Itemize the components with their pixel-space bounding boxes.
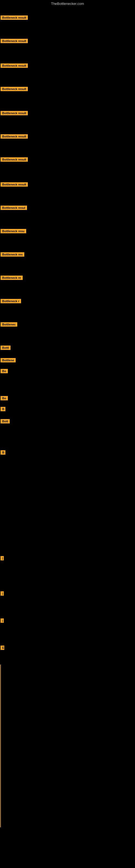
bottleneck-badge-7: Bottleneck result bbox=[1, 157, 28, 162]
bottleneck-badge-10: Bottleneck resu bbox=[1, 229, 26, 233]
vertical-line-1 bbox=[0, 664, 1, 827]
bottleneck-badge-12: Bottleneck re bbox=[1, 276, 23, 280]
bottleneck-badge-11: Bottleneck res bbox=[1, 252, 24, 257]
bottleneck-badge-13: Bottleneck r bbox=[1, 299, 21, 303]
bottleneck-badge-20: Bott bbox=[1, 419, 10, 424]
bottleneck-badge-15: Bottl bbox=[1, 346, 10, 350]
bottleneck-badge-23: | bbox=[1, 591, 4, 596]
bottleneck-badge-1: Bottleneck result bbox=[1, 16, 28, 20]
bottleneck-badge-2: Bottleneck result bbox=[1, 39, 28, 43]
bottleneck-badge-25: E bbox=[1, 646, 4, 650]
bottleneck-badge-22: | bbox=[1, 556, 4, 560]
bottleneck-badge-9: Bottleneck resul bbox=[1, 206, 27, 210]
site-title: TheBottlenecker.com bbox=[0, 0, 135, 7]
bottleneck-badge-6: Bottleneck result bbox=[1, 134, 28, 138]
bottleneck-badge-19: B bbox=[1, 407, 5, 411]
bottleneck-badge-21: B bbox=[1, 450, 5, 455]
bottleneck-badge-16: Bottlene bbox=[1, 358, 16, 362]
bottleneck-badge-24: | bbox=[1, 618, 4, 623]
bottleneck-badge-17: Bo bbox=[1, 369, 8, 373]
bottleneck-badge-5: Bottleneck result bbox=[1, 111, 28, 115]
bottleneck-badge-14: Bottlenec bbox=[1, 322, 17, 327]
bottleneck-badge-4: Bottleneck result bbox=[1, 87, 28, 91]
bottleneck-badge-18: Bo bbox=[1, 396, 8, 400]
bottleneck-badge-8: Bottleneck result bbox=[1, 182, 28, 187]
bottleneck-badge-3: Bottleneck result bbox=[1, 63, 28, 68]
